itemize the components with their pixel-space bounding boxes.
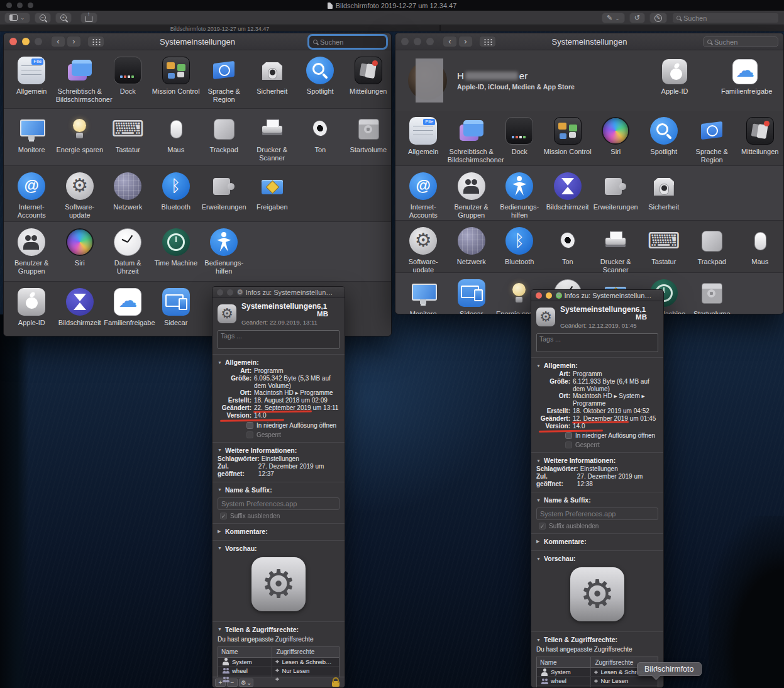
pref-item[interactable]: Allgemein (399, 117, 448, 156)
pref-item[interactable]: Dock (104, 57, 152, 96)
section-header-general[interactable]: ▼Allgemein: (536, 360, 658, 370)
pref-item[interactable]: Familienfreigabe (104, 288, 152, 327)
forward-button[interactable]: › (67, 36, 81, 47)
filename-field[interactable]: System Preferences.app (218, 497, 340, 510)
window-controls[interactable] (9, 38, 42, 45)
show-all-button[interactable] (479, 36, 496, 47)
close-button[interactable] (401, 38, 409, 45)
minimize-button[interactable] (22, 38, 30, 45)
preview-search-field[interactable]: Suchen (672, 13, 779, 23)
permission-row[interactable]: wheel Nur Lesen (218, 667, 339, 675)
window-titlebar[interactable]: ⚙Infos zu: Systemeinstellun… (213, 287, 345, 298)
pref-item[interactable]: Siri (56, 228, 104, 267)
pref-item[interactable]: Mitteilungen (736, 117, 784, 156)
pref-item[interactable]: Startvolume (345, 115, 392, 154)
minimize-button[interactable] (414, 38, 421, 45)
pref-item[interactable]: Drucker & Scanner (248, 115, 297, 162)
pref-item[interactable]: Bluetooth (152, 172, 201, 211)
pref-item[interactable]: Sprache & Region (688, 117, 736, 164)
pref-item[interactable]: Software-update (399, 227, 448, 272)
pref-item[interactable]: Tastatur (104, 115, 152, 154)
pref-item[interactable]: Monitore (399, 279, 448, 314)
permission-dropdown[interactable]: Nur Lesen (591, 677, 658, 685)
permission-row[interactable]: wheel Nur Lesen (537, 677, 658, 685)
pref-item[interactable]: Bedienungs-hilfen (495, 172, 544, 219)
window-controls[interactable] (401, 38, 434, 45)
actions-menu-button[interactable]: ⚙⌄ (239, 679, 253, 687)
checkbox-locked[interactable]: Gesperrt (536, 441, 658, 448)
pref-item[interactable]: Ton (296, 115, 345, 154)
pref-item[interactable]: Allgemein (8, 57, 56, 96)
checkbox-low-resolution[interactable]: In niedriger Auflösung öffnen (536, 432, 658, 439)
checkbox-icon[interactable] (246, 431, 253, 438)
zoom-button[interactable] (35, 38, 42, 45)
section-header-preview[interactable]: ▼Vorschau: (536, 553, 658, 563)
avatar[interactable] (408, 61, 447, 100)
zoom-in-button[interactable]: + (55, 13, 72, 23)
forward-button[interactable]: › (458, 36, 473, 47)
pref-item[interactable]: Monitore (8, 115, 56, 154)
checkbox-checked-icon[interactable]: ✓ (220, 513, 227, 519)
pref-item[interactable]: Sidecar (152, 288, 201, 327)
pref-item[interactable]: Sicherheit (248, 57, 297, 96)
lock-icon[interactable] (332, 681, 340, 687)
pref-item[interactable]: Sprache & Region (200, 57, 248, 103)
tags-field[interactable]: Tags ... (218, 330, 340, 349)
section-header-comments[interactable]: ▶Kommentare: (218, 526, 340, 536)
filename-field[interactable]: System Preferences.app (536, 508, 658, 520)
pref-item[interactable]: Apple-ID (8, 288, 56, 327)
permission-dropdown[interactable]: Nur Lesen (272, 667, 339, 675)
pref-item[interactable]: Benutzer & Gruppen (8, 228, 56, 275)
pref-item[interactable]: Mission Control (152, 57, 201, 96)
pref-item[interactable]: Bedienungs-hilfen (200, 228, 248, 275)
section-header-sharing[interactable]: ▼Teilen & Zugriffsrechte: (218, 624, 340, 635)
sidebar-toggle-button[interactable]: ⌄ (4, 13, 30, 23)
pref-item[interactable]: Dock (495, 117, 544, 156)
checkbox-low-resolution[interactable]: In niedriger Auflösung öffnen (218, 422, 340, 429)
pref-item[interactable]: Mitteilungen (345, 57, 392, 96)
pref-item[interactable]: Software-update (56, 172, 104, 219)
pref-item[interactable]: Internet-Accounts (399, 172, 448, 219)
pref-item[interactable]: Tastatur (640, 227, 688, 266)
markup-pen-button[interactable]: ✎⌄ (602, 13, 625, 23)
pref-item[interactable]: Schreibtisch & Bildschirmschoner (448, 117, 496, 164)
pref-item[interactable]: Sidecar (448, 279, 496, 314)
pref-item[interactable]: Freigaben (248, 172, 297, 211)
markup-toolbar-button[interactable]: ✎ (649, 13, 667, 23)
section-header-name-suffix[interactable]: ▼Name & Suffix: (218, 485, 340, 495)
checkbox-checked-icon[interactable]: ✓ (539, 523, 546, 530)
checkbox-icon[interactable] (565, 432, 572, 439)
checkbox-locked[interactable]: Gesperrt (218, 431, 340, 438)
section-header-preview[interactable]: ▼Vorschau: (218, 543, 340, 553)
zoom-out-button[interactable]: − (35, 13, 51, 23)
pref-item[interactable]: Schreibtisch & Bildschirmschoner (56, 57, 104, 103)
prefs-search-field[interactable]: Suchen (309, 36, 386, 48)
checkbox-hide-suffix[interactable]: ✓Suffix ausblenden (218, 513, 340, 519)
pref-item[interactable]: Bluetooth (495, 227, 544, 266)
back-button[interactable]: ‹ (443, 36, 457, 47)
pref-item[interactable]: Maus (736, 227, 784, 266)
section-header-more-info[interactable]: ▼Weitere Informationen: (536, 455, 658, 465)
close-button[interactable] (536, 292, 542, 299)
window-titlebar[interactable]: ‹ › Systemeinstellungen Suchen (395, 33, 783, 50)
pref-item[interactable]: Erweiterungen (592, 172, 640, 211)
pref-item[interactable]: Spotlight (296, 57, 345, 96)
window-titlebar[interactable]: ⚙Infos zu: Systemeinstellun… (531, 290, 663, 301)
pref-item[interactable]: Trackpad (688, 227, 736, 266)
pref-item[interactable]: Netzwerk (448, 227, 496, 266)
zoom-button[interactable] (426, 38, 434, 45)
pref-item[interactable]: Bildschirmzeit (56, 288, 104, 327)
pref-item[interactable]: Benutzer & Gruppen (448, 172, 496, 219)
pref-item[interactable]: Siri (592, 117, 640, 156)
pref-item[interactable]: Trackpad (200, 115, 248, 154)
permission-dropdown[interactable]: Nur Lesen (591, 685, 658, 688)
tab[interactable]: Bildschirmfoto 2019-12-27 um 12.34.47 (0, 25, 440, 31)
pref-item[interactable]: Spotlight (640, 117, 688, 156)
share-button[interactable] (80, 13, 97, 23)
pref-item[interactable]: Drucker & Scanner (592, 227, 640, 272)
prefs-search-field[interactable]: Suchen (703, 36, 778, 47)
permission-row[interactable]: everyone Nur Lesen (537, 685, 658, 688)
pref-item[interactable]: Sicherheit (640, 172, 688, 211)
permission-dropdown[interactable]: Lesen & Schreib… (272, 658, 339, 666)
checkbox-icon[interactable] (565, 441, 572, 448)
